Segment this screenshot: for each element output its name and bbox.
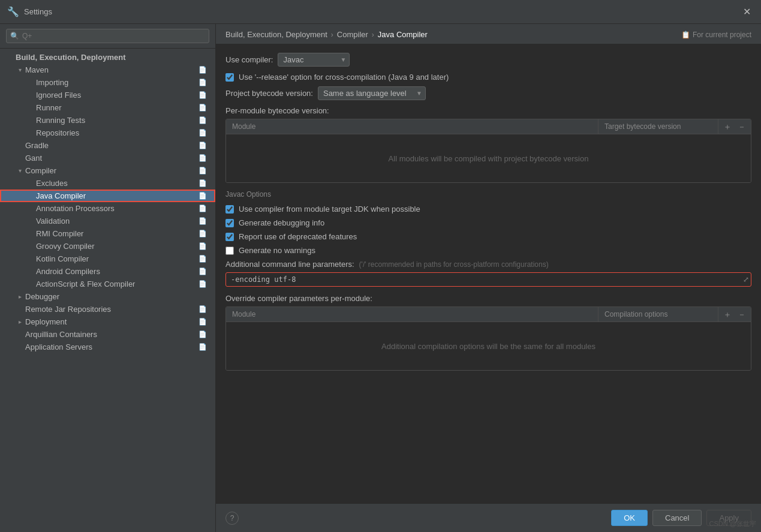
bytecode-version-select-wrapper: Same as language level 1.8 11 17 ▼ xyxy=(318,86,426,100)
bottom-left: ? xyxy=(225,512,239,525)
copy-icon: 📄 xyxy=(198,167,209,175)
cancel-button[interactable]: Cancel xyxy=(652,510,702,526)
sidebar-item-maven[interactable]: ▾Maven📄 xyxy=(0,64,215,76)
copy-icon: 📄 xyxy=(198,267,209,275)
copy-icon: 📄 xyxy=(198,142,209,149)
sidebar-item-label: Debugger xyxy=(25,292,59,301)
app-icon: 🔧 xyxy=(7,6,19,18)
sidebar-item-annotation-processors[interactable]: Annotation Processors📄 xyxy=(0,202,215,215)
bytecode-version-select[interactable]: Same as language level 1.8 11 17 xyxy=(318,86,426,100)
sidebar-item-application-servers[interactable]: Application Servers📄 xyxy=(0,341,215,353)
close-button[interactable]: ✕ xyxy=(739,5,754,19)
tree-arrow-icon: ▾ xyxy=(16,167,24,174)
javac-option-1: Generate debugging info xyxy=(225,218,751,227)
remove-module-button[interactable]: － xyxy=(735,121,748,132)
panel-body: Use compiler: Javac Eclipse Ajc ▼ Use '-… xyxy=(216,44,761,503)
copy-icon: 📄 xyxy=(198,217,209,225)
breadcrumb: Build, Execution, Deployment › Compiler … xyxy=(225,30,428,39)
per-module-table-empty: All modules will be compiled with projec… xyxy=(226,134,751,182)
copy-icon: 📄 xyxy=(198,280,209,288)
copy-icon: 📄 xyxy=(198,179,209,187)
breadcrumb-part2: Compiler xyxy=(337,30,368,39)
sidebar-item-arquillian-containers[interactable]: Arquillian Containers📄 xyxy=(0,328,215,341)
sidebar-item-running-tests[interactable]: Running Tests📄 xyxy=(0,114,215,127)
sidebar-item-label: Java Compiler xyxy=(36,191,86,200)
sidebar-item-label: Validation xyxy=(36,217,70,226)
sidebar-item-importing[interactable]: Importing📄 xyxy=(0,76,215,89)
params-expand-button[interactable]: ⤢ xyxy=(743,275,749,284)
sidebar-item-groovy-compiler[interactable]: Groovy Compiler📄 xyxy=(0,240,215,253)
copy-icon: 📄 xyxy=(198,192,209,200)
override-table-empty: Additional compilation options will be t… xyxy=(226,322,751,370)
tree-arrow-icon: ▾ xyxy=(16,67,24,73)
override-table: Module Compilation options ＋ － Additiona… xyxy=(225,306,751,378)
per-module-table-container: Module Target bytecode version ＋ － All m… xyxy=(225,119,751,183)
breadcrumb-current: Java Compiler xyxy=(378,30,428,39)
sidebar-item-build-execution-deployment[interactable]: Build, Execution, Deployment xyxy=(0,51,215,64)
javac-option-0: Use compiler from module target JDK when… xyxy=(225,205,751,214)
sidebar-item-actionscript-flex[interactable]: ActionScript & Flex Compiler📄 xyxy=(0,278,215,290)
title-bar: 🔧 Settings ✕ xyxy=(0,0,761,24)
sidebar-item-label: Application Servers xyxy=(25,342,92,351)
sidebar-item-android-compilers[interactable]: Android Compilers📄 xyxy=(0,265,215,278)
add-override-button[interactable]: ＋ xyxy=(721,309,734,320)
module-col-header: Module xyxy=(226,119,598,134)
remove-override-button[interactable]: － xyxy=(735,309,748,320)
generate-no-warnings-checkbox[interactable] xyxy=(225,247,234,255)
per-module-table: Module Target bytecode version ＋ － All m… xyxy=(225,119,751,190)
copy-icon: 📄 xyxy=(198,129,209,137)
sidebar-item-repositories[interactable]: Repositories📄 xyxy=(0,127,215,139)
override-table-header: Module Compilation options ＋ － xyxy=(226,307,751,322)
bytecode-version-row: Project bytecode version: Same as langua… xyxy=(225,86,751,100)
sidebar-item-debugger[interactable]: ▸Debugger xyxy=(0,290,215,303)
sidebar-item-deployment[interactable]: ▸Deployment📄 xyxy=(0,315,215,328)
right-panel: Build, Execution, Deployment › Compiler … xyxy=(216,24,761,532)
override-table-container: Module Compilation options ＋ － Additiona… xyxy=(225,306,751,371)
sidebar-item-label: Compiler xyxy=(25,166,56,175)
sidebar-item-label: Importing xyxy=(36,78,68,87)
sidebar-item-validation[interactable]: Validation📄 xyxy=(0,215,215,227)
sidebar-item-label: Runner xyxy=(36,103,62,112)
sidebar-item-label: Ignored Files xyxy=(36,91,81,100)
sidebar-item-label: Annotation Processors xyxy=(36,204,115,213)
sidebar-item-java-compiler[interactable]: Java Compiler📄 xyxy=(0,190,215,202)
override-module-col-header: Module xyxy=(226,307,598,321)
additional-params-label: Additional command line parameters: xyxy=(225,260,354,269)
sidebar-item-excludes[interactable]: Excludes📄 xyxy=(0,177,215,190)
sidebar-item-gradle[interactable]: Gradle📄 xyxy=(0,139,215,152)
sidebar-item-kotlin-compiler[interactable]: Kotlin Compiler📄 xyxy=(0,253,215,265)
sidebar-item-label: Build, Execution, Deployment xyxy=(16,53,125,62)
use-compiler-label: Use compiler: xyxy=(225,55,273,64)
sidebar-item-rmi-compiler[interactable]: RMI Compiler📄 xyxy=(0,227,215,240)
report-deprecated-checkbox[interactable] xyxy=(225,233,234,241)
ok-button[interactable]: OK xyxy=(611,510,648,526)
search-input[interactable] xyxy=(6,29,209,43)
panel-header: Build, Execution, Deployment › Compiler … xyxy=(216,24,761,44)
search-icon: 🔍 xyxy=(10,32,19,40)
compiler-select[interactable]: Javac Eclipse Ajc xyxy=(278,53,350,67)
sidebar-item-compiler[interactable]: ▾Compiler📄 xyxy=(0,164,215,177)
help-button[interactable]: ? xyxy=(225,512,239,525)
sidebar-item-label: Kotlin Compiler xyxy=(36,254,89,263)
override-table-header-actions: ＋ － xyxy=(718,309,751,320)
generate-debug-checkbox[interactable] xyxy=(225,219,234,227)
sidebar-item-gant[interactable]: Gant📄 xyxy=(0,152,215,164)
sidebar-item-ignored-files[interactable]: Ignored Files📄 xyxy=(0,89,215,101)
use-compiler-jdk-checkbox[interactable] xyxy=(225,205,234,214)
tree-arrow-icon: ▸ xyxy=(16,318,24,325)
copy-icon: 📄 xyxy=(198,154,209,162)
tree-arrow-icon: ▸ xyxy=(16,293,24,300)
title-text: Settings xyxy=(24,7,52,16)
use-compiler-jdk-label: Use compiler from module target JDK when… xyxy=(239,205,420,214)
per-module-table-header: Module Target bytecode version ＋ － xyxy=(226,119,751,134)
add-module-button[interactable]: ＋ xyxy=(721,121,734,132)
copy-icon: 📄 xyxy=(198,116,209,124)
sidebar-item-label: Excludes xyxy=(36,179,68,188)
copy-icon: 📄 xyxy=(198,318,209,326)
sidebar-item-remote-jar-repositories[interactable]: Remote Jar Repositories📄 xyxy=(0,303,215,315)
sidebar-item-label: ActionScript & Flex Compiler xyxy=(36,279,135,288)
sidebar-item-runner[interactable]: Runner📄 xyxy=(0,101,215,114)
additional-params-input[interactable] xyxy=(225,272,751,287)
use-release-checkbox[interactable] xyxy=(225,73,234,82)
copy-icon: 📄 xyxy=(198,330,209,338)
